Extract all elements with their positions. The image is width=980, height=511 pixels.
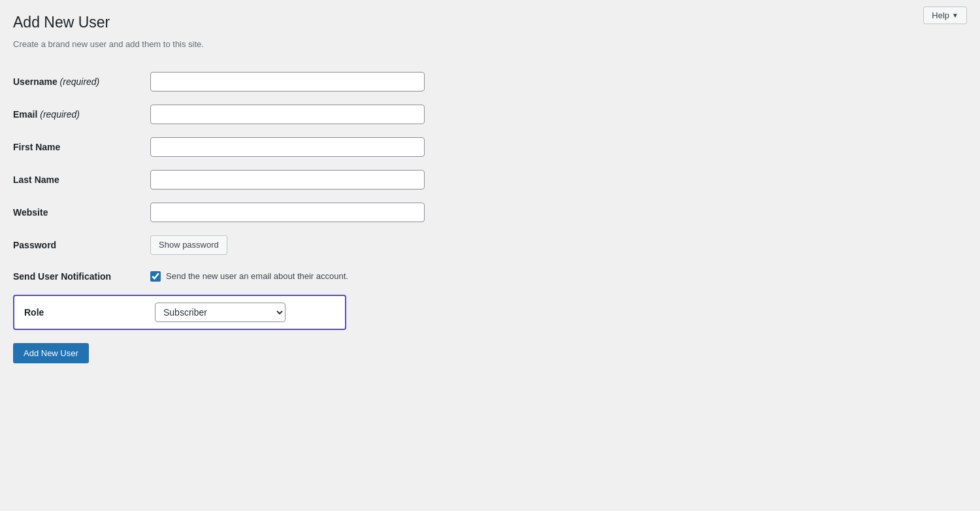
notification-checkbox[interactable] xyxy=(150,271,161,282)
first-name-label: First Name xyxy=(13,131,150,163)
last-name-input[interactable] xyxy=(150,170,425,190)
page-subtitle: Create a brand new user and add them to … xyxy=(13,39,568,49)
add-new-user-button[interactable]: Add New User xyxy=(13,343,89,363)
help-button[interactable]: Help ▼ xyxy=(923,7,967,24)
last-name-row: Last Name xyxy=(13,163,568,196)
username-required: (required) xyxy=(60,76,100,87)
password-label: Password xyxy=(13,229,150,261)
username-label: Username (required) xyxy=(13,65,150,98)
form-table: Username (required) Email (required) xyxy=(13,65,568,291)
first-name-input[interactable] xyxy=(150,137,425,157)
role-row: Role Subscriber Contributor Author Edito… xyxy=(13,295,346,330)
notification-text[interactable]: Send the new user an email about their a… xyxy=(166,271,348,281)
show-password-button[interactable]: Show password xyxy=(150,235,227,255)
help-label: Help xyxy=(932,10,949,20)
notification-row: Send User Notification Send the new user… xyxy=(13,261,568,291)
username-row: Username (required) xyxy=(13,65,568,98)
role-label: Role xyxy=(24,307,155,318)
email-label: Email (required) xyxy=(13,98,150,131)
email-row: Email (required) xyxy=(13,98,568,131)
website-label: Website xyxy=(13,196,150,229)
add-user-form: Username (required) Email (required) xyxy=(13,65,568,363)
last-name-label: Last Name xyxy=(13,163,150,196)
email-input[interactable] xyxy=(150,105,425,124)
website-input[interactable] xyxy=(150,203,425,222)
chevron-down-icon: ▼ xyxy=(952,12,958,19)
page-container: Add New User Create a brand new user and… xyxy=(0,0,588,383)
username-input[interactable] xyxy=(150,72,425,91)
first-name-row: First Name xyxy=(13,131,568,163)
role-select[interactable]: Subscriber Contributor Author Editor Adm… xyxy=(155,303,286,322)
email-required: (required) xyxy=(40,109,80,120)
notification-label: Send User Notification xyxy=(13,261,150,291)
password-row: Password Show password xyxy=(13,229,568,261)
website-row: Website xyxy=(13,196,568,229)
page-title: Add New User xyxy=(13,13,568,33)
